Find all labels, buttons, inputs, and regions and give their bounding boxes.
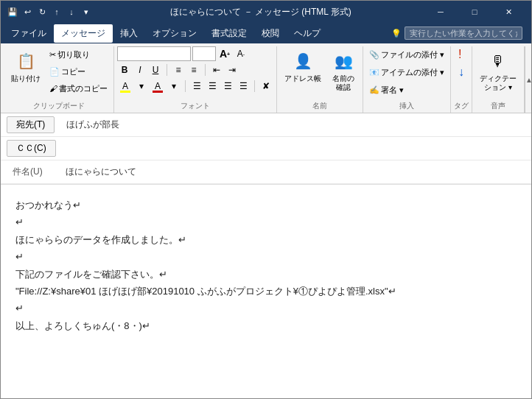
ribbon-group-font: 游ゴシック (本文のフ 11 A+ A- B I U ≡ ≡ ⇤ — [114, 46, 277, 113]
name-content: 👤 アドレス帳 👥 名前の確認 — [280, 46, 360, 99]
voice-content: 🎙 ディクテーション ▾ — [475, 46, 521, 99]
copy-button[interactable]: 📄 コピー — [46, 63, 111, 80]
header-fields: 宛先(T) ほげふが部長 ＣＣ(C) 件名(U) ほにゃらについて — [1, 113, 531, 185]
format-row: B I U ≡ ≡ ⇤ ⇥ — [117, 63, 239, 77]
voice-label: 音声 — [475, 99, 521, 113]
body-line-2: ↵ — [15, 213, 517, 230]
clipboard-label: クリップボード — [7, 99, 111, 113]
subject-label: 件名(U) — [1, 163, 60, 181]
minimize-button[interactable]: ─ — [424, 1, 458, 23]
decrease-indent-button[interactable]: ⇤ — [209, 63, 224, 77]
menu-bar: ファイル メッセージ 挿入 オプション 書式設定 校閲 ヘルプ 💡 — [1, 23, 531, 43]
check-names-label: 名前の確認 — [332, 74, 354, 92]
cut-button[interactable]: ✂ 切り取り — [46, 46, 111, 63]
menu-message[interactable]: メッセージ — [54, 24, 113, 43]
format-row2: A ▾ A ▾ ☰ ☰ ☰ ☰ ✘ — [117, 79, 273, 93]
ribbon-group-clipboard: 📋 貼り付け ✂ 切り取り 📄 コピー — [4, 46, 114, 113]
increase-indent-button[interactable]: ⇥ — [225, 63, 239, 77]
menu-file[interactable]: ファイル — [4, 24, 54, 43]
undo-icon[interactable]: ↩ — [21, 6, 33, 18]
window-frame: 💾 ↩ ↻ ↑ ↓ ▾ ほにゃらについて － メッセージ (HTML 形式) ─… — [0, 0, 532, 399]
attach-file-label: ファイルの添付 ▾ — [381, 49, 444, 60]
subject-value[interactable]: ほにゃらについて — [60, 163, 531, 181]
attach-file-icon: 📎 — [369, 50, 379, 60]
email-body[interactable]: おつかれなう↵ ↵ ほにゃららのデータを作成しました。↵ ↵ 下記のファイルをご… — [1, 185, 531, 398]
attach-item-button[interactable]: 📧 アイテムの添付 ▾ — [366, 64, 447, 80]
signature-button[interactable]: ✍ 署名 ▾ — [366, 82, 407, 98]
ribbon: 📋 貼り付け ✂ 切り取り 📄 コピー — [1, 43, 531, 113]
copy-icon: 📄 — [49, 67, 60, 77]
maximize-button[interactable]: □ — [458, 1, 491, 23]
font-color-button[interactable]: A — [150, 79, 166, 93]
signature-icon: ✍ — [369, 85, 379, 95]
low-importance-button[interactable]: ↓ — [455, 64, 467, 80]
attach-item-label: アイテムの添付 ▾ — [381, 67, 444, 78]
font-label: フォント — [117, 99, 273, 113]
tags-label: タグ — [454, 99, 469, 113]
font-shrink-button[interactable]: A- — [234, 46, 248, 61]
align-left-button[interactable]: ☰ — [189, 79, 204, 93]
paste-button[interactable]: 📋 貼り付け — [7, 46, 45, 86]
clear-format-button[interactable]: ✘ — [259, 79, 273, 93]
ribbon-group-name: 👤 アドレス帳 👥 名前の確認 名前 — [277, 46, 363, 113]
menu-review[interactable]: 校閲 — [254, 24, 287, 43]
menu-options[interactable]: オプション — [145, 24, 204, 43]
to-value[interactable]: ほげふが部長 — [60, 116, 531, 134]
title-bar: 💾 ↩ ↻ ↑ ↓ ▾ ほにゃらについて － メッセージ (HTML 形式) ─… — [1, 1, 531, 23]
cc-value[interactable] — [62, 146, 531, 152]
down-icon[interactable]: ↓ — [66, 6, 77, 18]
format-painter-button[interactable]: 🖌 書式のコピー — [46, 80, 111, 96]
menu-insert[interactable]: 挿入 — [113, 24, 145, 43]
save-icon[interactable]: 💾 — [7, 6, 18, 18]
redo-icon[interactable]: ↻ — [36, 6, 48, 18]
address-book-button[interactable]: 👤 アドレス帳 — [280, 46, 326, 86]
body-line-8: 以上、よろしくちゅん(・8・)↵ — [15, 317, 517, 334]
high-importance-icon: ! — [458, 48, 461, 61]
close-button[interactable]: ✕ — [491, 1, 525, 23]
italic-button[interactable]: I — [133, 63, 147, 77]
cc-button[interactable]: ＣＣ(C) — [7, 140, 56, 157]
bullets-button[interactable]: ≡ — [171, 63, 186, 77]
compose-area: 宛先(T) ほげふが部長 ＣＣ(C) 件名(U) ほにゃらについて おつかれなう… — [1, 113, 531, 398]
low-importance-icon: ↓ — [458, 66, 464, 79]
customize-icon[interactable]: ▾ — [80, 6, 92, 18]
search-input[interactable] — [405, 27, 522, 40]
body-line-6: "File://Z:¥share¥01 ほげほげ部¥20191010 ふがふがプ… — [15, 283, 517, 300]
divider2 — [205, 64, 206, 76]
font-size-input[interactable]: 11 — [192, 46, 216, 61]
font-grow-button[interactable]: A+ — [217, 46, 232, 61]
divider1 — [167, 64, 167, 76]
check-names-button[interactable]: 👥 名前の確認 — [327, 46, 360, 95]
highlight-dropdown-button[interactable]: ▾ — [134, 79, 149, 93]
body-line-5: 下記のファイルをご確認下さい。↵ — [15, 266, 517, 283]
numbering-button[interactable]: ≡ — [186, 63, 201, 77]
dictate-label: ディクテーション ▾ — [480, 74, 517, 92]
highlight-color-button[interactable]: A — [117, 79, 133, 93]
ribbon-group-insert: 📎 ファイルの添付 ▾ 📧 アイテムの添付 ▾ ✍ 署名 ▾ 挿入 — [363, 46, 451, 113]
to-field-row: 宛先(T) ほげふが部長 — [1, 113, 531, 137]
align-right-button[interactable]: ☰ — [220, 79, 235, 93]
cut-icon: ✂ — [49, 50, 56, 60]
font-name-input[interactable]: 游ゴシック (本文のフ — [117, 46, 191, 61]
clipboard-col: ✂ 切り取り 📄 コピー 🖌 書式のコピー — [46, 46, 111, 96]
font-content: 游ゴシック (本文のフ 11 A+ A- B I U ≡ ≡ ⇤ — [117, 46, 273, 99]
window-title: ほにゃらについて － メッセージ (HTML 形式) — [98, 6, 424, 18]
font-color-dropdown-button[interactable]: ▾ — [167, 79, 181, 93]
menu-format[interactable]: 書式設定 — [204, 24, 254, 43]
dictate-icon: 🎙 — [486, 49, 510, 73]
cc-field-row: ＣＣ(C) — [1, 137, 531, 160]
high-importance-button[interactable]: ! — [455, 46, 464, 63]
dictate-button[interactable]: 🎙 ディクテーション ▾ — [475, 46, 521, 95]
bold-button[interactable]: B — [117, 63, 132, 77]
attach-file-button[interactable]: 📎 ファイルの添付 ▾ — [366, 46, 447, 63]
address-book-label: アドレス帳 — [284, 74, 321, 83]
justify-button[interactable]: ☰ — [236, 79, 251, 93]
underline-button[interactable]: U — [148, 63, 163, 77]
to-button[interactable]: 宛先(T) — [7, 116, 55, 133]
menu-help[interactable]: ヘルプ — [287, 24, 328, 43]
ribbon-collapse-button[interactable]: ▲ — [525, 46, 532, 113]
align-center-button[interactable]: ☰ — [205, 79, 220, 93]
check-names-icon: 👥 — [332, 49, 355, 73]
up-icon[interactable]: ↑ — [51, 6, 63, 18]
paste-icon: 📋 — [14, 49, 38, 73]
